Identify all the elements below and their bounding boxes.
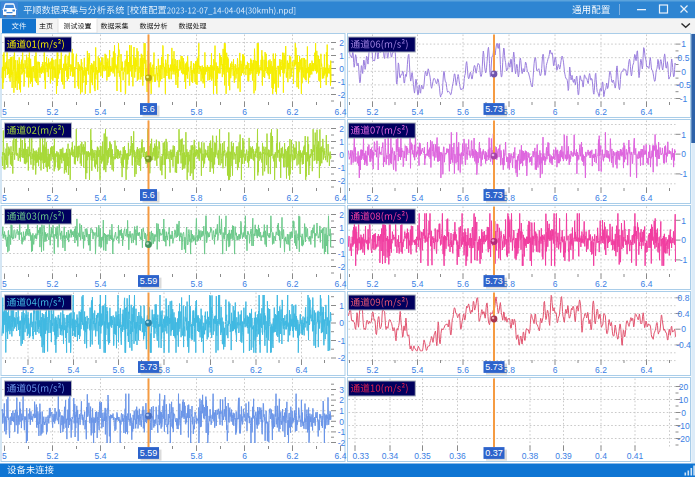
svg-text:6: 6 — [242, 279, 247, 289]
svg-text:6: 6 — [553, 279, 558, 289]
svg-text:-1: -1 — [680, 94, 688, 104]
svg-text:5: 5 — [2, 193, 7, 203]
svg-text:0.37: 0.37 — [485, 448, 503, 458]
svg-text:-1: -1 — [680, 255, 688, 265]
svg-text:0: 0 — [339, 64, 344, 74]
svg-text:1: 1 — [339, 137, 344, 147]
svg-text:1: 1 — [681, 39, 686, 49]
svg-text:5: 5 — [2, 279, 7, 289]
svg-text:5.2: 5.2 — [367, 365, 379, 375]
svg-text:5.59: 5.59 — [140, 448, 158, 458]
svg-text:6.4: 6.4 — [296, 365, 308, 375]
svg-text:5.6: 5.6 — [457, 365, 469, 375]
svg-text:6: 6 — [553, 193, 558, 203]
svg-text:0.36: 0.36 — [449, 451, 466, 461]
svg-text:5.8: 5.8 — [191, 107, 203, 117]
svg-text:0: 0 — [681, 149, 686, 159]
svg-text:5.6: 5.6 — [457, 193, 469, 203]
svg-text:6: 6 — [553, 365, 558, 375]
svg-text:1: 1 — [681, 130, 686, 140]
svg-text:6.2: 6.2 — [287, 107, 299, 117]
svg-text:1: 1 — [339, 223, 344, 233]
svg-text:-0.5: -0.5 — [676, 80, 691, 90]
svg-text:6.2: 6.2 — [595, 107, 607, 117]
svg-text:6.2: 6.2 — [595, 279, 607, 289]
svg-text:5.73: 5.73 — [485, 362, 503, 372]
svg-text:5.6: 5.6 — [457, 279, 469, 289]
svg-text:2: 2 — [339, 124, 344, 134]
svg-text:6.4: 6.4 — [335, 107, 347, 117]
svg-text:6: 6 — [242, 107, 247, 117]
svg-text:5.8: 5.8 — [191, 193, 203, 203]
svg-text:0.39: 0.39 — [555, 451, 572, 461]
svg-text:-10: -10 — [677, 421, 690, 431]
svg-text:6: 6 — [242, 193, 247, 203]
svg-text:-1: -1 — [338, 336, 346, 346]
svg-text:0.38: 0.38 — [522, 451, 539, 461]
svg-text:0: 0 — [681, 408, 686, 418]
svg-text:5.4: 5.4 — [412, 365, 424, 375]
svg-text:5.4: 5.4 — [95, 107, 107, 117]
svg-text:-2: -2 — [338, 353, 346, 363]
svg-text:5.2: 5.2 — [367, 279, 379, 289]
svg-text:6.4: 6.4 — [335, 451, 347, 461]
svg-text:5.6: 5.6 — [142, 190, 155, 200]
svg-text:1: 1 — [681, 216, 686, 226]
svg-text:6.2: 6.2 — [595, 193, 607, 203]
svg-text:5.4: 5.4 — [412, 279, 424, 289]
svg-text:1: 1 — [339, 51, 344, 61]
svg-text:6.2: 6.2 — [287, 451, 299, 461]
svg-text:-1: -1 — [680, 169, 688, 179]
svg-text:-20: -20 — [677, 434, 690, 444]
svg-text:0: 0 — [339, 236, 344, 246]
svg-text:5.73: 5.73 — [485, 276, 503, 286]
svg-text:5.4: 5.4 — [95, 193, 107, 203]
svg-text:-1: -1 — [338, 249, 346, 259]
svg-text:6.2: 6.2 — [595, 365, 607, 375]
svg-text:1: 1 — [339, 406, 344, 416]
svg-text:-2: -2 — [338, 90, 346, 100]
svg-text:5.73: 5.73 — [485, 104, 503, 114]
svg-text:6.2: 6.2 — [287, 193, 299, 203]
svg-text:-1: -1 — [338, 163, 346, 173]
svg-text:2: 2 — [339, 210, 344, 220]
svg-text:5.4: 5.4 — [68, 365, 80, 375]
svg-text:0: 0 — [681, 324, 686, 334]
svg-text:5.73: 5.73 — [485, 190, 503, 200]
svg-text:5.73: 5.73 — [140, 362, 158, 372]
svg-text:5.59: 5.59 — [140, 276, 158, 286]
svg-text:-1: -1 — [338, 77, 346, 87]
svg-text:5.2: 5.2 — [47, 451, 59, 461]
svg-text:6.2: 6.2 — [287, 279, 299, 289]
svg-text:0: 0 — [681, 235, 686, 245]
svg-text:6: 6 — [242, 451, 247, 461]
svg-text:0.35: 0.35 — [414, 451, 431, 461]
svg-text:5: 5 — [2, 451, 7, 461]
svg-text:5.8: 5.8 — [191, 279, 203, 289]
svg-text:5.2: 5.2 — [47, 193, 59, 203]
svg-text:1: 1 — [339, 301, 344, 311]
svg-text:-2: -2 — [338, 438, 346, 448]
svg-text:5: 5 — [2, 107, 7, 117]
svg-text:6.2: 6.2 — [250, 365, 262, 375]
svg-text:6.4: 6.4 — [641, 365, 653, 375]
svg-text:0.34: 0.34 — [382, 451, 399, 461]
svg-text:2: 2 — [339, 38, 344, 48]
svg-text:6.4: 6.4 — [641, 107, 653, 117]
svg-text:0.8: 0.8 — [678, 293, 690, 303]
svg-text:5.2: 5.2 — [22, 365, 34, 375]
svg-text:5.6: 5.6 — [113, 365, 125, 375]
svg-text:-2: -2 — [338, 176, 346, 186]
svg-text:6.4: 6.4 — [335, 279, 347, 289]
svg-text:5.6: 5.6 — [457, 107, 469, 117]
svg-text:0.4: 0.4 — [595, 451, 607, 461]
svg-text:0: 0 — [339, 150, 344, 160]
svg-text:0.5: 0.5 — [678, 53, 690, 63]
svg-text:0: 0 — [339, 417, 344, 427]
svg-text:-0.4: -0.4 — [676, 340, 691, 350]
svg-text:5.2: 5.2 — [367, 107, 379, 117]
svg-text:0.41: 0.41 — [627, 451, 644, 461]
svg-text:2: 2 — [339, 395, 344, 405]
svg-text:-1: -1 — [338, 427, 346, 437]
svg-text:5.4: 5.4 — [412, 107, 424, 117]
